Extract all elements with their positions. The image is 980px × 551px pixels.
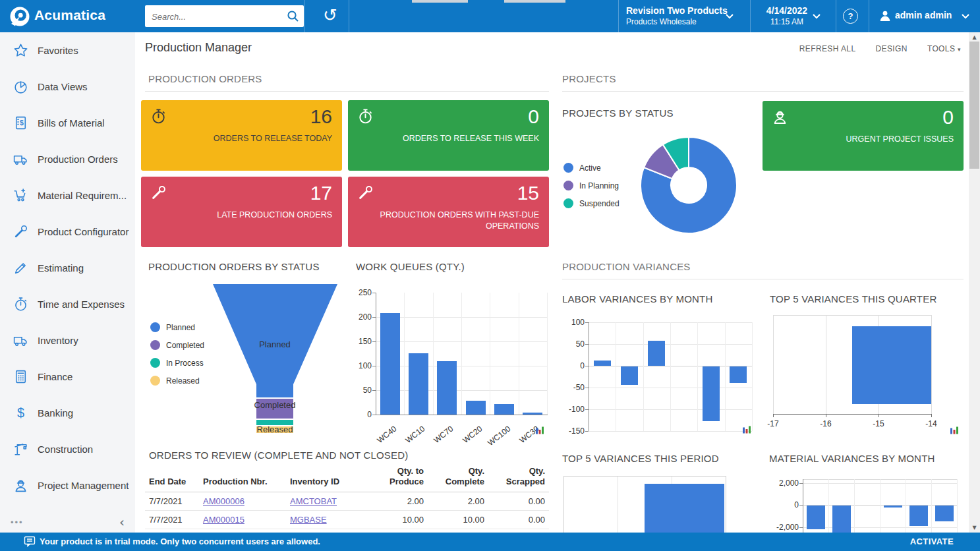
sidebar-item-project-management[interactable]: Project Management — [0, 467, 135, 504]
bar-wc20[interactable] — [466, 401, 486, 415]
bar-wc70[interactable] — [437, 361, 457, 415]
bar-material-variance-2[interactable] — [832, 506, 851, 533]
kpi-label: URGENT PROJECT ISSUES — [846, 134, 954, 145]
sidebar-item-banking[interactable]: $Banking — [0, 395, 135, 431]
browser-artifact — [412, 0, 468, 3]
kpi-card-urgent-project-issues[interactable]: 0URGENT PROJECT ISSUES — [763, 101, 964, 171]
bar-material-variance-4[interactable] — [884, 506, 902, 508]
axis-tick-label: -2,000 — [768, 523, 799, 532]
bar-wc100[interactable] — [494, 404, 514, 415]
search-icon[interactable] — [287, 10, 299, 22]
bar-top5-period[interactable] — [645, 484, 724, 533]
business-date-refresh-icon[interactable]: ↺ — [320, 4, 340, 26]
legend-item-active: Active — [563, 163, 601, 173]
user-menu[interactable]: admin admin — [895, 10, 952, 20]
axis-tick-label: 50 — [560, 339, 585, 349]
column-header[interactable]: End Date — [145, 465, 199, 492]
company-selector[interactable]: Revision Two Products — [626, 5, 728, 16]
sidebar-item-label: Inventory — [38, 335, 78, 346]
svg-text:$: $ — [17, 405, 24, 420]
column-header[interactable]: Qty. Scrapped — [488, 465, 549, 492]
vertical-scrollbar[interactable]: ▲ ▼ — [969, 32, 980, 533]
acumatica-logo-icon[interactable] — [9, 6, 30, 27]
scroll-down-icon[interactable]: ▼ — [969, 525, 980, 531]
table-cell: 2.00 — [428, 492, 488, 510]
user-avatar-icon[interactable] — [879, 10, 891, 22]
sidebar-item-production-orders[interactable]: Production Orders — [0, 141, 135, 177]
legend-swatch — [563, 163, 573, 173]
sidebar-item-label: Finance — [38, 371, 72, 382]
column-header[interactable]: Qty. to Produce — [366, 465, 428, 492]
kpi-card-late-production-orders[interactable]: 17LATE PRODUCTION ORDERS — [141, 177, 342, 247]
sidebar-collapse-icon[interactable]: ‹ — [119, 514, 125, 530]
sidebar-item-inventory[interactable]: Inventory — [0, 322, 135, 359]
production-nbr-link[interactable]: AM000006 — [203, 496, 245, 506]
column-header[interactable]: Qty. Complete — [428, 465, 488, 492]
legend-swatch — [150, 358, 160, 368]
scrollbar-thumb[interactable] — [969, 42, 979, 169]
company-branch: Products Wholesale — [626, 17, 697, 26]
search-input[interactable] — [150, 8, 281, 25]
production-nbr-link[interactable]: AM000015 — [203, 515, 245, 525]
kpi-card-production-orders-with-past-due-operatio[interactable]: 15PRODUCTION ORDERS WITH PAST-DUE OPERAT… — [348, 177, 549, 247]
chevron-down-icon[interactable] — [812, 13, 821, 19]
sidebar-item-finance[interactable]: Finance — [0, 359, 135, 395]
table-cell: MGBASE — [286, 510, 366, 529]
bar-wc40[interactable] — [380, 313, 400, 415]
refresh-all-button[interactable]: REFRESH ALL — [799, 44, 856, 53]
kpi-card-orders-to-release-today[interactable]: 16ORDERS TO RELEASE TODAY — [141, 100, 342, 171]
bar-wc30[interactable] — [523, 413, 542, 415]
tools-button[interactable]: TOOLS ▾ — [927, 44, 961, 53]
bar-labor-variance-5[interactable] — [703, 366, 720, 421]
kpi-card-orders-to-release-this-week[interactable]: 0ORDERS TO RELEASE THIS WEEK — [348, 100, 549, 171]
sidebar-item-product-configurator[interactable]: Product Configurator — [0, 214, 135, 250]
axis-tick-label: 0 — [768, 500, 799, 509]
sidebar-item-bills-of-material[interactable]: $Bills of Material — [0, 105, 135, 141]
sidebar-item-data-views[interactable]: Data Views — [0, 69, 135, 105]
bar-labor-variance-6[interactable] — [730, 366, 747, 383]
bar-labor-variance-2[interactable] — [621, 366, 638, 385]
bar-wc10[interactable] — [409, 353, 428, 415]
y-axis — [376, 293, 376, 415]
truck-icon — [13, 332, 29, 349]
sidebar-item-label: Product Configurator — [38, 226, 129, 237]
column-header[interactable]: Inventory ID — [286, 465, 366, 492]
design-button[interactable]: DESIGN — [875, 44, 907, 53]
chevron-down-icon[interactable] — [961, 13, 970, 19]
inventory-id-link[interactable]: MGBASE — [290, 515, 327, 525]
business-date[interactable]: 4/14/2022 — [761, 5, 813, 16]
sidebar-item-estimating[interactable]: Estimating — [0, 250, 135, 286]
sidebar-item-material-requirem[interactable]: Material Requirem... — [0, 177, 135, 214]
chart-title-projects-by-status: PROJECTS BY STATUS — [562, 107, 674, 119]
bar-labor-variance-3[interactable] — [648, 341, 665, 366]
axis-tick — [826, 415, 826, 417]
gridline — [670, 322, 671, 431]
legend-label: Completed — [166, 341, 204, 350]
bar-labor-variance-1[interactable] — [594, 361, 611, 366]
scroll-up-icon[interactable]: ▲ — [969, 34, 980, 40]
sidebar-item-favorites[interactable]: Favorites — [0, 32, 135, 69]
inventory-id-link[interactable]: AMCTOBAT — [290, 496, 337, 506]
sidebar-more-button[interactable]: ••• — [11, 517, 24, 527]
help-icon[interactable]: ? — [843, 9, 858, 24]
table-cell: 0.00 — [488, 510, 549, 529]
sidebar-item-construction[interactable]: Construction — [0, 431, 135, 467]
pie-icon — [13, 78, 29, 95]
bar-top5-quarter[interactable] — [852, 326, 931, 404]
activate-button[interactable]: ACTIVATE — [910, 536, 954, 546]
table-cell: 2.00 — [366, 492, 428, 510]
bar-material-variance-5[interactable] — [909, 506, 928, 526]
worker-icon — [771, 108, 789, 126]
sidebar-item-time-and-expenses[interactable]: Time and Expenses — [0, 286, 135, 322]
gridline — [404, 293, 405, 415]
bar-material-variance-1[interactable] — [807, 506, 825, 529]
kpi-label: LATE PRODUCTION ORDERS — [217, 210, 332, 221]
main-content: Production Manager REFRESH ALL DESIGN TO… — [135, 32, 969, 533]
column-header[interactable]: Production Nbr. — [199, 465, 286, 492]
legend-item-in-process: In Process — [150, 358, 204, 368]
dollar-icon: $ — [13, 405, 29, 421]
bar-material-variance-6[interactable] — [935, 506, 954, 521]
chevron-down-icon[interactable] — [725, 13, 734, 19]
axis-tick-label: -17 — [760, 419, 786, 428]
axis-tick-label: 100 — [560, 318, 585, 327]
